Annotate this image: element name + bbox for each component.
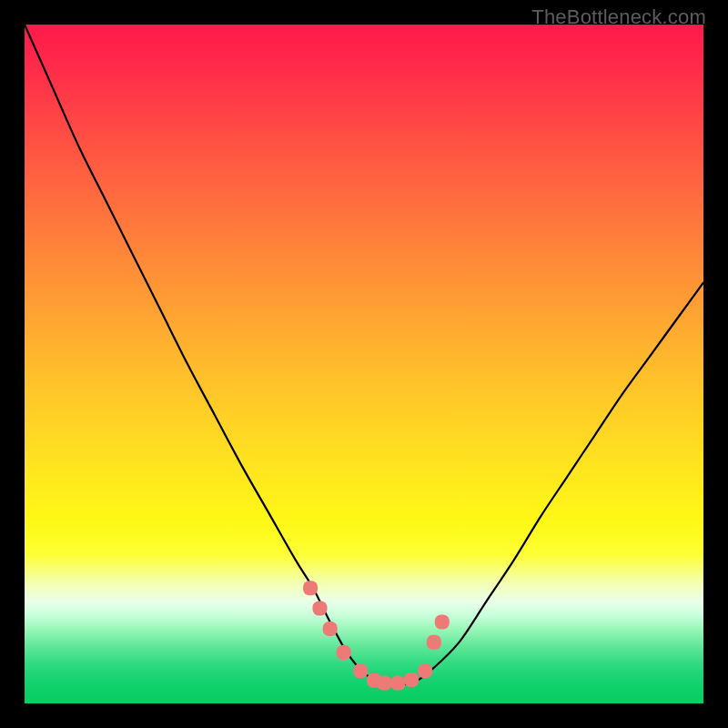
curve-marker (427, 635, 441, 650)
curve-marker (313, 602, 328, 616)
curve-marker (353, 663, 368, 678)
bottleneck-curve-path (25, 25, 703, 684)
watermark-text: TheBottleneck.com (531, 5, 706, 29)
curve-marker (404, 672, 419, 687)
curve-marker (303, 581, 318, 595)
outer-frame: TheBottleneck.com (0, 0, 728, 728)
curve-layer (25, 25, 703, 703)
curve-marker (323, 622, 338, 636)
curve-marker (337, 645, 351, 660)
curve-marker (377, 676, 391, 691)
curve-marker (418, 663, 432, 678)
plot-area (25, 25, 703, 703)
curve-marker (390, 676, 405, 691)
curve-markers (303, 581, 450, 690)
curve-marker (435, 614, 450, 629)
